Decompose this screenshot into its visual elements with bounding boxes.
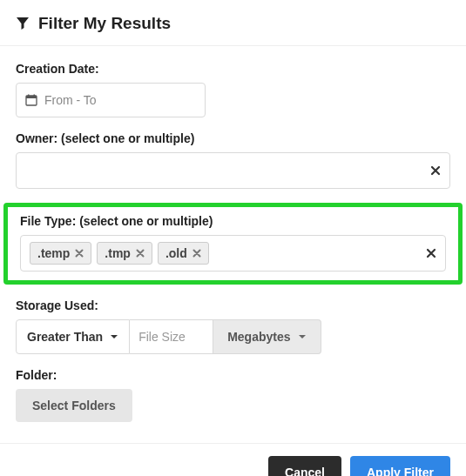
owner-clear-icon[interactable] — [430, 165, 441, 176]
file-type-field: File Type: (select one or multiple) .tem… — [3, 203, 463, 285]
funnel-icon — [16, 17, 30, 30]
chevron-down-icon — [110, 332, 118, 341]
storage-comparator-select[interactable]: Greater Than — [16, 319, 130, 354]
storage-used-label: Storage Used: — [16, 298, 450, 312]
storage-comparator-value: Greater Than — [27, 330, 103, 344]
tag-remove-icon[interactable] — [75, 249, 84, 258]
page-title: Filter My Results — [38, 14, 171, 33]
select-folders-button[interactable]: Select Folders — [16, 389, 132, 422]
owner-multiselect[interactable] — [16, 152, 450, 189]
storage-unit-value: Megabytes — [227, 330, 290, 344]
owner-label: Owner: (select one or multiple) — [16, 131, 450, 145]
chevron-down-icon — [298, 332, 307, 341]
storage-size-input[interactable] — [130, 319, 213, 354]
creation-date-label: Creation Date: — [16, 62, 450, 76]
svg-rect-2 — [28, 95, 30, 97]
folder-field: Folder: Select Folders — [16, 368, 450, 422]
file-type-tag-label: .tmp — [105, 246, 131, 260]
file-type-multiselect[interactable]: .temp .tmp .old — [20, 235, 446, 272]
dialog-footer: Cancel Apply Filter — [0, 443, 466, 476]
file-type-label: File Type: (select one or multiple) — [20, 214, 446, 228]
file-type-tag: .old — [158, 242, 209, 265]
svg-rect-1 — [26, 96, 37, 98]
file-type-tag: .tmp — [97, 242, 152, 265]
svg-rect-3 — [34, 95, 36, 97]
tag-remove-icon[interactable] — [136, 249, 145, 258]
owner-field: Owner: (select one or multiple) — [16, 131, 450, 189]
creation-date-field: Creation Date: — [16, 62, 450, 117]
filter-header: Filter My Results — [0, 0, 466, 46]
file-type-tag-label: .temp — [37, 246, 70, 260]
calendar-icon — [25, 94, 37, 106]
creation-date-input-wrap[interactable] — [16, 83, 206, 117]
file-type-tag-label: .old — [165, 246, 187, 260]
creation-date-input[interactable] — [44, 93, 197, 107]
storage-used-field: Storage Used: Greater Than Megabytes — [16, 298, 450, 354]
file-type-clear-icon[interactable] — [426, 248, 436, 258]
cancel-button[interactable]: Cancel — [268, 456, 341, 476]
folder-label: Folder: — [16, 368, 450, 382]
storage-unit-select[interactable]: Megabytes — [213, 319, 321, 354]
tag-remove-icon[interactable] — [192, 249, 201, 258]
file-type-tag: .temp — [30, 242, 91, 265]
apply-filter-button[interactable]: Apply Filter — [350, 456, 450, 476]
